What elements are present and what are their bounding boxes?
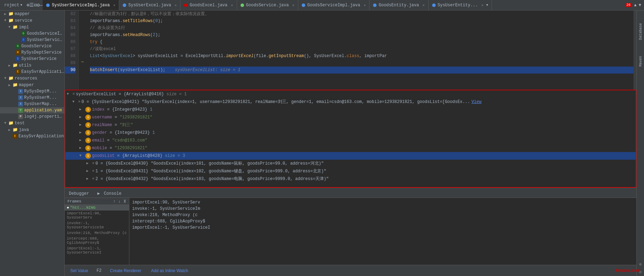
add-inline-watch-button[interactable]: Add as Inline Watch — [150, 268, 189, 274]
tabs-overflow-icon[interactable]: ▼ — [486, 4, 488, 7]
debug-item-email[interactable]: ▶ i email = "csdn@163.com" — [65, 137, 636, 144]
collapse-icon[interactable]: ▼ — [639, 3, 641, 8]
expand-arrow[interactable]: ▼ — [79, 152, 84, 160]
debug-item-mobile[interactable]: ▶ i mobile = "12938291821" — [65, 144, 636, 152]
stack-frame-http-ning[interactable]: ● "htt...NING — [65, 205, 129, 211]
settings-icon-sidebar[interactable]: ⚙ — [637, 262, 644, 268]
maven-icon[interactable]: Maven — [637, 46, 644, 67]
tab-GoodsServiceImpl[interactable]: GoodsServiceImpl.java ✕ — [298, 0, 370, 11]
sidebar-item-mapper[interactable]: ▶ 📁 mapper — [0, 11, 64, 17]
sidebar-item-java[interactable]: ▶ 📁 java — [0, 126, 64, 133]
sidebar-item-impl[interactable]: ▼ 📁 impl — [0, 24, 64, 30]
tab-GoodsExcel[interactable]: GoodsExcel.java ✕ — [180, 0, 237, 11]
project-sidebar: ▶ 📁 mapper ▼ 📁 service ▼ 📁 impl ▶ G Good… — [0, 11, 65, 276]
frames-filter-icon[interactable]: ⊻ — [123, 199, 126, 203]
expand-arrow[interactable]: ▼ — [72, 98, 77, 106]
tab-GoodsEntity[interactable]: GoodsEntity.java ✕ — [370, 0, 428, 11]
expand-arrow[interactable]: ▶ — [86, 175, 91, 183]
sidebar-item-GoodsService[interactable]: ▶ G GoodsService — [0, 43, 64, 49]
sidebar-item-application-yaml[interactable]: ▶ Y application.yam — [0, 107, 64, 113]
sidebar-item-SysUserService[interactable]: ▶ S SysUserService — [0, 56, 64, 62]
tab-debugger[interactable]: Debugger — [65, 189, 93, 198]
project-dropdown[interactable]: roject ▼ — [1, 3, 25, 8]
tab-SysUserServiceImpl[interactable]: SysUserServiceImpl.java ✕ — [43, 0, 119, 11]
dropdown-icon[interactable]: ▼ — [20, 4, 22, 7]
sidebar-item-GoodsServiceImpl[interactable]: ▶ G GoodsServiceImpl — [0, 30, 64, 37]
expand-arrow[interactable]: ▶ — [86, 167, 91, 175]
sidebar-item-RySysDeptM[interactable]: ▶ X RySysDeptM... — [0, 88, 64, 95]
debug-var-name: index = {Integer@9423} 1 — [92, 106, 152, 113]
sidebar-item-RySysDeptService[interactable]: ▶ R RySysDeptService — [0, 49, 64, 56]
set-value-button[interactable]: Set Value — [69, 268, 90, 274]
sidebar-item-mapper2[interactable]: ▶ 📁 mapper — [0, 82, 64, 88]
expand-arrow[interactable]: ▶ — [79, 106, 84, 113]
expand-arrow[interactable]: ▶ — [79, 144, 84, 152]
tab-close-icon[interactable]: ✕ — [422, 3, 424, 7]
toolbar-minus-icon[interactable]: — — [40, 2, 43, 8]
tab-close-icon[interactable]: ✕ — [113, 3, 115, 7]
tab-close-icon[interactable]: ✕ — [292, 3, 294, 7]
project-label: roject — [4, 3, 19, 8]
sidebar-item-EasySvrApp1[interactable]: ▶ E EasySvrApplication — [0, 69, 64, 75]
debug-item-0[interactable]: ▼ ≡ 0 = {SysUserExcel@9421} "SysUserExce… — [65, 98, 636, 106]
toolbar-gear-icon[interactable]: ⚙ — [37, 2, 40, 8]
tab-close-icon[interactable]: ✕ — [364, 3, 366, 7]
code-line-90: batchInsert(sysUserExcelList); sysUserEx… — [90, 67, 634, 74]
sidebar-item-service[interactable]: ▼ 📁 service — [0, 17, 64, 24]
debug-item-realName[interactable]: ▶ i realName = "刘三" — [65, 121, 636, 129]
debug-item-index[interactable]: ▶ i index = {Integer@9423} 1 — [65, 106, 636, 113]
vertical-scrollbar[interactable] — [634, 11, 636, 90]
expand-arrow[interactable]: ▶ — [79, 121, 84, 129]
toolbar-list-icon[interactable]: ☰ — [29, 2, 34, 8]
sidebar-item-RySysUserM[interactable]: ▶ X RySysUserM... — [0, 95, 64, 101]
stack-frame-importExcel-90[interactable]: importExcel:90, SysUserServ — [65, 211, 129, 220]
frame-label: invoke:218, MethodProxy (c — [67, 231, 127, 235]
expand-arrow[interactable]: ▶ — [86, 160, 91, 167]
frames-up-icon[interactable]: ↑ — [113, 199, 116, 203]
view-link[interactable]: View — [471, 98, 481, 106]
debug-root-item[interactable]: ▼ ≡ sysUserExcelList = {ArrayList@9416} … — [65, 90, 636, 98]
debug-item-goods-0[interactable]: ▶ ≡ 0 = {GoodsExcel@9430} "GoodsExcel(in… — [65, 160, 636, 167]
expand-icon[interactable]: ▲ — [634, 3, 637, 8]
database-icon[interactable]: Database — [637, 12, 644, 40]
sidebar-item-utils[interactable]: ▶ 📁 utils — [0, 62, 64, 69]
toolbar-globe-icon[interactable]: ⊕ — [27, 2, 29, 8]
stack-frame-importExcel-1[interactable]: importExcel:-1, SysUserServiceI — [65, 246, 129, 255]
expand-arrow[interactable]: ▶ — [79, 113, 84, 121]
frames-down-icon[interactable]: ↓ — [118, 199, 121, 203]
debug-item-username[interactable]: ▶ i username = "12938291821" — [65, 113, 636, 121]
tab-close-icon[interactable]: ✕ — [174, 3, 177, 7]
stack-frame-invoke-218[interactable]: invoke:218, MethodProxy (c — [65, 230, 129, 236]
bottom-area: Debugger ▶ Console Frames ↑ ↓ — [65, 188, 636, 265]
tab-GoodsService[interactable]: GoodsService.java ✕ — [237, 0, 298, 11]
debug-item-gender[interactable]: ▶ i gender = {Integer@9423} 1 — [65, 129, 636, 137]
sidebar-item-resources[interactable]: ▼ 📁 resources — [0, 75, 64, 82]
tab-console[interactable]: ▶ Console — [93, 189, 126, 198]
arrow-icon: ▶ — [8, 63, 13, 68]
sidebar-item-test[interactable]: ▼ 📁 test — [0, 120, 64, 126]
gutter: → — [79, 11, 86, 90]
arrow-icon: ▶ — [8, 128, 13, 132]
sidebar-item-SysUserMap[interactable]: ▶ X SysUserMap... — [0, 101, 64, 107]
tab-SysUserExcel[interactable]: SysUserExcel.java ✕ — [119, 0, 180, 11]
code-content: //标题行设置为1行，默认是0，可以不设置；依实际情况设置。 importPar… — [86, 11, 634, 90]
stack-frame-intercept-688[interactable]: intercept:688, CglibAopProxy$ — [65, 236, 129, 246]
debug-item-goods-1[interactable]: ▶ ≡ 1 = {GoodsExcel@9431} "GoodsExcel(in… — [65, 167, 636, 175]
sidebar-item-EasySvrApp2[interactable]: ▶ E EasySvrApplication — [0, 133, 64, 139]
stack-frame-invoke-1[interactable]: invoke:-1, SysUserServiceIm — [65, 220, 129, 230]
expand-arrow[interactable]: ▶ — [79, 137, 84, 144]
tab-close-icon[interactable]: ✕ — [481, 3, 484, 7]
debug-item-goods-2[interactable]: ▶ ≡ 2 = {GoodsExcel@9432} "GoodsExcel(in… — [65, 175, 636, 183]
tab-SysUserEntity[interactable]: SysUserEntity... ✕ ▼ — [429, 0, 492, 11]
create-renderer-button[interactable]: Create Renderer — [109, 268, 143, 274]
toolbar-split-icon[interactable]: ⊟ — [34, 2, 37, 8]
sidebar-item-SysUserServiceImpl[interactable]: ▶ S SysUserServiceImpl — [0, 37, 64, 43]
tab-label: GoodsExcel.java — [189, 3, 227, 8]
debug-goods-1-label: 1 = {GoodsExcel@9431} "GoodsExcel(index=… — [95, 167, 326, 175]
sidebar-item-log4j[interactable]: ▶ P log4j.propertie... — [0, 113, 64, 120]
expand-arrow[interactable]: ▶ — [79, 129, 84, 137]
expand-arrow[interactable]: ▼ — [67, 90, 72, 98]
debug-item-goodsList[interactable]: ▼ i goodsList = {ArrayList@9428} size = … — [65, 152, 636, 160]
tab-label: GoodsEntity.java — [379, 3, 419, 8]
tab-close-icon[interactable]: ✕ — [231, 3, 233, 7]
